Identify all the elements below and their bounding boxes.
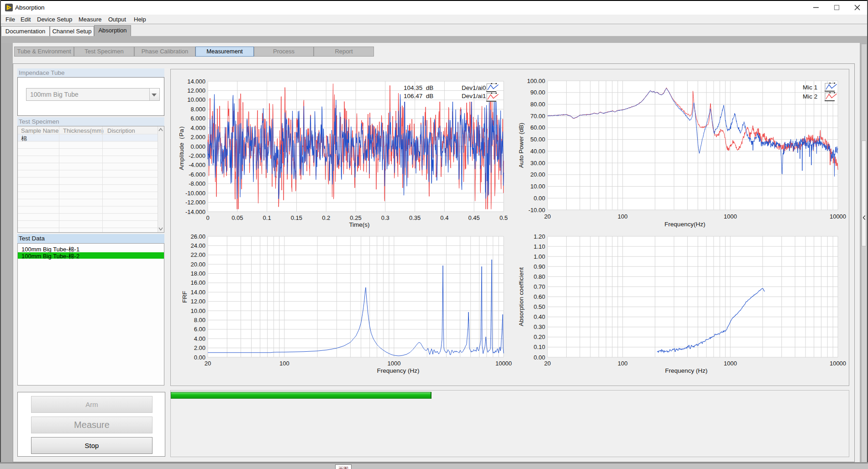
svg-text:1.10: 1.10 — [534, 243, 545, 250]
svg-text:8.000: 8.000 — [190, 106, 205, 113]
svg-text:Frequency (Hz): Frequency (Hz) — [377, 367, 419, 374]
svg-text:-14.000: -14.000 — [185, 208, 205, 215]
svg-text:106.47 dB: 106.47 dB — [404, 93, 433, 99]
svg-text:100.00: 100.00 — [527, 78, 545, 84]
svg-text:0.90: 0.90 — [534, 263, 545, 270]
svg-text:0.40: 0.40 — [534, 313, 545, 320]
svg-text:10.00: 10.00 — [190, 307, 205, 314]
svg-text:4.000: 4.000 — [190, 125, 205, 131]
svg-text:Time(s): Time(s) — [349, 221, 369, 228]
svg-text:0.50: 0.50 — [534, 303, 545, 310]
svg-text:Frequency (Hz): Frequency (Hz) — [665, 367, 707, 374]
svg-text:6.00: 6.00 — [194, 326, 205, 333]
svg-text:-6.000: -6.000 — [189, 171, 205, 178]
svg-text:-8.000: -8.000 — [189, 180, 205, 187]
svg-text:20: 20 — [205, 360, 211, 367]
svg-text:10000: 10000 — [830, 360, 846, 367]
svg-text:20: 20 — [544, 213, 551, 220]
svg-text:40.00: 40.00 — [530, 148, 545, 155]
svg-text:20.00: 20.00 — [530, 171, 545, 178]
svg-text:2.000: 2.000 — [190, 134, 205, 141]
svg-text:20.00: 20.00 — [190, 261, 205, 268]
svg-text:10000: 10000 — [830, 213, 846, 220]
svg-text:1000: 1000 — [724, 360, 737, 367]
svg-text:104.35 dB: 104.35 dB — [404, 84, 433, 91]
svg-text:70.00: 70.00 — [530, 113, 545, 120]
svg-text:-10.000: -10.000 — [185, 190, 205, 197]
svg-text:1.20: 1.20 — [534, 233, 545, 240]
svg-text:1000: 1000 — [724, 213, 737, 220]
svg-text:0: 0 — [206, 214, 209, 221]
svg-text:0.45: 0.45 — [468, 214, 480, 221]
svg-text:Mic 2: Mic 2 — [803, 93, 817, 100]
svg-text:50.00: 50.00 — [530, 136, 545, 143]
svg-text:14.00: 14.00 — [190, 289, 205, 296]
svg-text:12.00: 12.00 — [190, 298, 205, 305]
svg-text:Amplitude（Pa）: Amplitude（Pa） — [178, 123, 185, 170]
svg-text:8.00: 8.00 — [194, 317, 205, 323]
svg-text:Dev1/ai0: Dev1/ai0 — [462, 84, 486, 91]
svg-text:0.2: 0.2 — [322, 214, 330, 221]
svg-text:4.00: 4.00 — [194, 335, 205, 342]
svg-text:0.1: 0.1 — [263, 214, 271, 221]
svg-text:0.4: 0.4 — [440, 214, 448, 221]
svg-text:0.60: 0.60 — [534, 293, 545, 300]
svg-text:0.00: 0.00 — [534, 195, 545, 202]
svg-text:0.10: 0.10 — [534, 344, 545, 350]
svg-text:-4.000: -4.000 — [189, 162, 205, 168]
svg-text:80.00: 80.00 — [530, 101, 545, 108]
svg-text:Frequency(Hz): Frequency(Hz) — [664, 221, 705, 228]
svg-text:0.15: 0.15 — [291, 214, 302, 221]
svg-text:18.00: 18.00 — [190, 270, 205, 277]
svg-text:-10.00: -10.00 — [528, 207, 545, 214]
svg-text:Absorption coefficient: Absorption coefficient — [518, 267, 525, 326]
svg-text:100: 100 — [618, 213, 628, 220]
svg-text:100: 100 — [618, 360, 628, 367]
svg-text:14.000: 14.000 — [187, 78, 205, 85]
svg-text:2.00: 2.00 — [194, 344, 205, 351]
svg-text:0.20: 0.20 — [534, 334, 545, 340]
svg-text:-12.000: -12.000 — [185, 199, 205, 206]
svg-text:Dev1/ai1: Dev1/ai1 — [462, 93, 486, 99]
svg-text:30.00: 30.00 — [530, 160, 545, 167]
svg-text:22.00: 22.00 — [190, 251, 205, 258]
svg-text:24.00: 24.00 — [190, 242, 205, 249]
svg-text:6.000: 6.000 — [190, 115, 205, 122]
svg-text:0.70: 0.70 — [534, 283, 545, 290]
svg-text:10000: 10000 — [495, 360, 512, 367]
svg-text:10.00: 10.00 — [530, 183, 545, 190]
svg-text:20: 20 — [544, 360, 551, 367]
svg-text:100: 100 — [279, 360, 289, 367]
svg-text:1.00: 1.00 — [534, 253, 545, 260]
svg-text:Auto Power (dB): Auto Power (dB) — [518, 123, 525, 168]
svg-text:0.05: 0.05 — [231, 214, 243, 221]
svg-text:16.00: 16.00 — [190, 279, 205, 286]
svg-text:1000: 1000 — [387, 360, 400, 367]
svg-text:0.35: 0.35 — [409, 214, 421, 221]
svg-text:0.00: 0.00 — [194, 354, 205, 361]
svg-text:Mic 1: Mic 1 — [803, 84, 817, 91]
svg-text:0.00: 0.00 — [534, 354, 545, 361]
svg-text:-2.000: -2.000 — [189, 152, 205, 159]
svg-text:0.3: 0.3 — [381, 214, 389, 221]
svg-text:0.000: 0.000 — [190, 143, 205, 150]
svg-text:26.00: 26.00 — [190, 233, 205, 240]
svg-text:FRF: FRF — [181, 291, 188, 302]
svg-text:0.80: 0.80 — [534, 273, 545, 280]
svg-text:10.000: 10.000 — [187, 96, 205, 103]
svg-text:0.30: 0.30 — [534, 323, 545, 330]
svg-text:90.00: 90.00 — [530, 89, 545, 96]
svg-text:0.5: 0.5 — [500, 214, 508, 221]
svg-text:12.000: 12.000 — [187, 87, 205, 94]
svg-text:60.00: 60.00 — [530, 124, 545, 131]
svg-text:0.25: 0.25 — [350, 214, 361, 221]
